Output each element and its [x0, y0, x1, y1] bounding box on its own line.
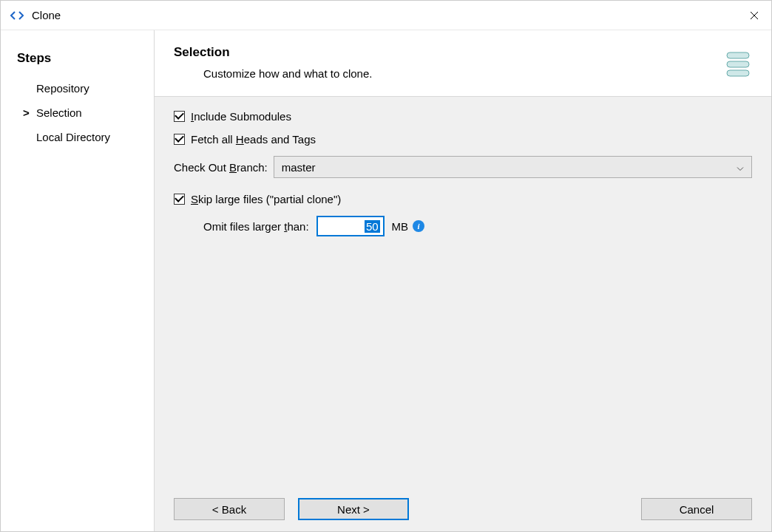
chevron-down-icon: [737, 161, 744, 174]
fetch-heads-tags-checkbox[interactable]: [174, 134, 185, 145]
steps-heading: Steps: [17, 51, 154, 66]
omit-size-value: 50: [365, 220, 380, 233]
page-header: Selection Customize how and what to clon…: [155, 30, 771, 96]
checkout-branch-label: Check Out Branch:: [174, 161, 268, 174]
svg-rect-2: [727, 52, 749, 58]
steps-sidebar: Steps Repository Selection Local Directo…: [1, 30, 155, 531]
svg-rect-3: [727, 61, 749, 67]
back-button[interactable]: < Back: [174, 498, 285, 520]
close-button[interactable]: [737, 1, 771, 30]
cancel-button[interactable]: Cancel: [641, 498, 752, 520]
main-panel: Selection Customize how and what to clon…: [155, 30, 771, 531]
page-title: Selection: [174, 45, 722, 60]
omit-size-unit: MB: [392, 220, 409, 233]
include-submodules-label[interactable]: Include Submodules: [191, 110, 291, 123]
fetch-heads-tags-row: Fetch all Heads and Tags: [174, 133, 752, 146]
page-subtitle: Customize how and what to clone.: [174, 67, 722, 80]
branch-select-value: master: [282, 161, 316, 174]
window-title: Clone: [32, 9, 737, 21]
omit-size-label: Omit files larger than:: [203, 220, 309, 233]
steps-list: Repository Selection Local Directory: [17, 76, 154, 149]
clone-dialog: Clone Steps Repository Selection Local D…: [0, 0, 772, 532]
skip-large-checkbox[interactable]: [174, 194, 185, 205]
branch-select[interactable]: master: [274, 156, 752, 178]
footer: < Back Next > Cancel: [155, 487, 771, 531]
selection-icon: [722, 50, 752, 79]
app-icon: [10, 8, 24, 23]
fetch-heads-tags-label[interactable]: Fetch all Heads and Tags: [191, 133, 316, 146]
step-local-directory[interactable]: Local Directory: [23, 125, 154, 149]
include-submodules-checkbox[interactable]: [174, 111, 185, 122]
close-icon: [750, 11, 759, 20]
titlebar: Clone: [1, 1, 771, 30]
step-selection[interactable]: Selection: [23, 100, 154, 125]
omit-size-row: Omit files larger than: 50 MB i: [174, 216, 752, 236]
options-area: Include Submodules Fetch all Heads and T…: [155, 96, 771, 487]
include-submodules-row: Include Submodules: [174, 110, 752, 123]
step-repository[interactable]: Repository: [23, 76, 154, 100]
skip-large-row: Skip large files ("partial clone"): [174, 193, 752, 205]
skip-large-label[interactable]: Skip large files ("partial clone"): [191, 193, 341, 205]
next-button[interactable]: Next >: [298, 498, 409, 520]
omit-size-input[interactable]: 50: [316, 216, 385, 236]
svg-rect-4: [727, 70, 749, 76]
checkout-branch-row: Check Out Branch: master: [174, 156, 752, 178]
info-icon[interactable]: i: [413, 220, 424, 232]
body: Steps Repository Selection Local Directo…: [1, 30, 771, 531]
